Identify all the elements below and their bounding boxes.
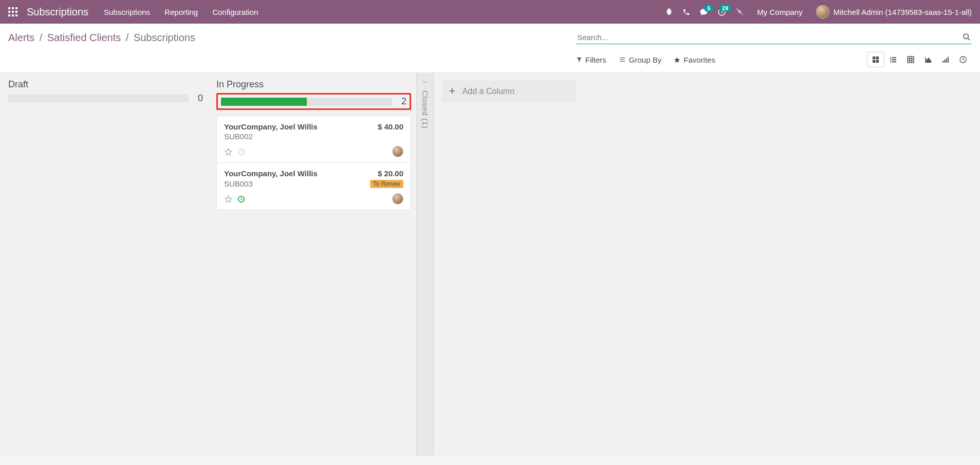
- svg-rect-6: [8, 14, 10, 16]
- svg-rect-20: [892, 57, 896, 58]
- nav-subscriptions[interactable]: Subscriptions: [104, 8, 150, 16]
- plus-icon: +: [449, 85, 455, 97]
- breadcrumb-satisfied-clients[interactable]: Satisfied Clients: [47, 32, 121, 43]
- activity-view-button[interactable]: [954, 52, 972, 67]
- column-progress-row: 2: [221, 96, 406, 107]
- apps-icon[interactable]: [8, 7, 17, 16]
- breadcrumb-alerts[interactable]: Alerts: [8, 32, 34, 43]
- svg-rect-33: [928, 58, 929, 62]
- svg-rect-18: [876, 60, 879, 63]
- priority-star[interactable]: [224, 147, 233, 156]
- user-menu[interactable]: Mitchell Admin (14739583-saas-15-1-all): [816, 5, 972, 18]
- svg-rect-12: [620, 58, 625, 58]
- progress-bar[interactable]: [221, 98, 392, 106]
- activity-icon[interactable]: [237, 195, 245, 203]
- top-navbar: Subscriptions Subscriptions Reporting Co…: [0, 0, 980, 24]
- tools-icon[interactable]: [735, 8, 744, 16]
- svg-rect-16: [876, 57, 879, 59]
- svg-rect-17: [873, 60, 875, 63]
- svg-point-10: [964, 34, 968, 39]
- grid-view-button[interactable]: [902, 52, 919, 67]
- progress-fill: [221, 98, 307, 106]
- nav-configuration[interactable]: Configuration: [212, 8, 258, 16]
- column-progress-row: 0: [8, 93, 203, 104]
- activities-icon[interactable]: 29: [717, 8, 726, 16]
- app-brand[interactable]: Subscriptions: [27, 6, 88, 18]
- svg-rect-3: [8, 11, 10, 13]
- svg-rect-2: [15, 7, 17, 9]
- kanban-card[interactable]: YourCompany, Joel Willis $ 20.00 SUB003 …: [216, 162, 411, 210]
- svg-rect-4: [12, 11, 14, 13]
- assignee-avatar[interactable]: [392, 146, 403, 157]
- svg-rect-5: [15, 11, 17, 13]
- svg-rect-37: [946, 58, 947, 63]
- card-code: SUB002: [224, 132, 403, 141]
- activities-badge: 29: [719, 5, 731, 12]
- company-switcher[interactable]: My Company: [757, 8, 802, 16]
- svg-rect-35: [942, 61, 944, 63]
- list-icon: [619, 57, 626, 63]
- kanban-board: Draft 0 In Progress 2 YourCompany, Joel …: [0, 73, 980, 456]
- messages-icon[interactable]: 5: [699, 8, 708, 16]
- cohort-view-button[interactable]: [937, 52, 954, 67]
- phone-icon[interactable]: [682, 8, 690, 16]
- graph-view-button[interactable]: [919, 52, 937, 67]
- column-title[interactable]: Draft: [8, 79, 203, 90]
- search-box[interactable]: [576, 31, 972, 44]
- svg-rect-21: [890, 59, 891, 60]
- search-input[interactable]: [577, 33, 963, 42]
- messages-badge: 5: [704, 5, 713, 12]
- list-view-button[interactable]: [884, 52, 902, 67]
- svg-rect-14: [620, 61, 625, 62]
- assignee-avatar[interactable]: [392, 193, 403, 204]
- card-amount: $ 20.00: [378, 169, 403, 178]
- card-code: SUB003: [224, 179, 253, 188]
- column-draft: Draft 0: [0, 73, 208, 456]
- activity-icon[interactable]: [237, 147, 245, 156]
- column-title[interactable]: In Progress: [216, 79, 411, 90]
- svg-rect-8: [15, 14, 17, 16]
- debug-icon[interactable]: [665, 8, 673, 16]
- star-icon: [674, 57, 680, 63]
- favorites-button[interactable]: Favorites: [674, 52, 715, 67]
- svg-rect-0: [8, 7, 10, 9]
- card-amount: $ 40.00: [378, 122, 403, 131]
- column-in-progress: In Progress 2 YourCompany, Joel Willis $…: [208, 73, 416, 456]
- breadcrumb-current: Subscriptions: [134, 32, 195, 43]
- svg-rect-36: [944, 60, 945, 63]
- svg-rect-19: [890, 57, 891, 58]
- svg-rect-1: [12, 7, 14, 9]
- column-closed-folded[interactable]: ↔ Closed (1): [416, 73, 434, 456]
- search-icon[interactable]: [963, 33, 971, 41]
- groupby-button[interactable]: Group By: [619, 52, 661, 67]
- svg-rect-24: [892, 61, 896, 62]
- add-column-button[interactable]: + Add a Column: [442, 80, 576, 102]
- svg-rect-22: [892, 59, 896, 60]
- add-column-label: Add a Column: [463, 87, 514, 96]
- nav-reporting[interactable]: Reporting: [164, 8, 198, 16]
- card-tag: To Renew: [370, 180, 403, 188]
- svg-rect-34: [930, 60, 931, 62]
- svg-line-11: [968, 38, 970, 40]
- svg-rect-7: [12, 14, 14, 16]
- progress-bar[interactable]: [8, 95, 189, 103]
- column-count: 0: [194, 93, 203, 104]
- card-title: YourCompany, Joel Willis: [224, 169, 318, 178]
- svg-rect-23: [890, 61, 891, 62]
- svg-rect-32: [927, 60, 928, 62]
- breadcrumb: Alerts / Satisfied Clients / Subscriptio…: [8, 28, 195, 47]
- svg-rect-13: [620, 60, 625, 60]
- svg-rect-25: [908, 57, 914, 63]
- view-switcher: [867, 52, 972, 67]
- kanban-card[interactable]: YourCompany, Joel Willis $ 40.00 SUB002: [216, 116, 411, 163]
- card-title: YourCompany, Joel Willis: [224, 122, 318, 131]
- add-column-area: + Add a Column: [434, 73, 584, 456]
- svg-rect-38: [948, 57, 949, 63]
- folded-label: Closed (1): [421, 90, 430, 128]
- kanban-view-button[interactable]: [867, 52, 884, 67]
- company-label: My Company: [757, 8, 802, 16]
- funnel-icon: [576, 57, 582, 63]
- filters-button[interactable]: Filters: [576, 52, 606, 67]
- priority-star[interactable]: [224, 195, 233, 203]
- svg-rect-15: [873, 57, 875, 59]
